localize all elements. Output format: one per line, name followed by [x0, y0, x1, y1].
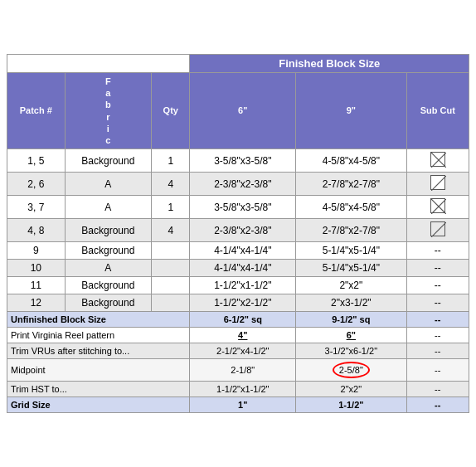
subcut-cell — [406, 196, 469, 219]
table-row: 10 A 4-1/4"x4-1/4" 5-1/4"x5-1/4" -- — [7, 260, 469, 277]
trim1-six: 2-1/2"x4-1/2" — [190, 343, 296, 359]
unfinished-nine: 9-1/2" sq — [296, 312, 406, 328]
midpoint-row: Midpoint 2-1/8" 2-5/8" -- — [7, 359, 469, 382]
trim2-label: Trim HST to... — [11, 384, 67, 394]
patch-cell: 4, 8 — [7, 219, 66, 242]
patch-cell: 1, 5 — [7, 149, 66, 173]
nine-inch-header: 9" — [296, 72, 406, 149]
table-row: 11 Background 1-1/2"x1-1/2" 2"x2" -- — [7, 277, 469, 294]
six-cell: 3-5/8"x3-5/8" — [190, 196, 296, 219]
subcut-cell — [406, 219, 469, 242]
fabric-cell: Background — [65, 277, 151, 294]
grid-nine: 1-1/2" — [296, 397, 406, 413]
print-nine: 6" — [296, 328, 406, 343]
qty-cell: 4 — [152, 219, 190, 242]
nine-cell: 5-1/4"x5-1/4" — [296, 260, 406, 277]
trim-hst-row: Trim HST to... 1-1/2"x1-1/2" 2"x2" -- — [7, 382, 469, 397]
svg-line-5 — [431, 222, 446, 237]
fabric-header: Fabric — [65, 72, 151, 149]
qty-cell: 4 — [152, 173, 190, 196]
nine-cell: 4-5/8"x4-5/8" — [296, 196, 406, 219]
trim2-nine: 2"x2" — [296, 382, 406, 397]
table-row: 4, 8 Background 4 2-3/8"x2-3/8" 2-7/8"x2… — [7, 219, 469, 242]
unfinished-label: Unfinished Block Size — [11, 314, 106, 324]
midpoint-nine: 2-5/8" — [296, 359, 406, 382]
finished-block-size-header: Finished Block Size — [190, 54, 469, 72]
six-cell: 4-1/4"x4-1/4" — [190, 260, 296, 277]
fabric-cell: A — [65, 260, 151, 277]
midpoint-subcut: -- — [406, 359, 469, 382]
print-six: 4" — [190, 328, 296, 343]
six-cell: 2-3/8"x2-3/8" — [190, 173, 296, 196]
table-row: 1, 5 Background 1 3-5/8"x3-5/8" 4-5/8"x4… — [7, 149, 469, 173]
sq-icon — [430, 175, 445, 190]
qty-cell — [152, 242, 190, 260]
print-vr-row: Print Virginia Reel pattern 4" 6" -- — [7, 328, 469, 343]
nine-cell: 2"x2" — [296, 277, 406, 294]
patch-cell: 11 — [7, 277, 66, 294]
nine-cell: 2-7/8"x2-7/8" — [296, 219, 406, 242]
qty-cell — [152, 277, 190, 294]
six-cell: 1-1/2"x2-1/2" — [190, 294, 296, 312]
unfinished-subcut: -- — [406, 312, 469, 328]
patch-cell: 9 — [7, 242, 66, 260]
quilt-table: Finished Block Size Patch # Fabric Qty 6… — [7, 54, 469, 414]
patch-header: Patch # — [7, 72, 66, 149]
six-cell: 3-5/8"x3-5/8" — [190, 149, 296, 173]
six-cell: 1-1/2"x1-1/2" — [190, 277, 296, 294]
six-inch-header: 6" — [190, 72, 296, 149]
grid-size-row: Grid Size 1" 1-1/2" -- — [7, 397, 469, 413]
grid-label: Grid Size — [11, 400, 51, 410]
fabric-cell: Background — [65, 294, 151, 312]
fabric-cell: A — [65, 173, 151, 196]
subcut-header: Sub Cut — [406, 72, 469, 149]
subcut-cell — [406, 149, 469, 173]
trim1-subcut: -- — [406, 343, 469, 359]
qty-cell — [152, 294, 190, 312]
table-row: 3, 7 A 1 3-5/8"x3-5/8" 4-5/8"x4-5/8" — [7, 196, 469, 219]
qty-cell: 1 — [152, 149, 190, 173]
qty-cell — [152, 260, 190, 277]
qty-cell: 1 — [152, 196, 190, 219]
subcut-cell: -- — [406, 242, 469, 260]
svg-line-2 — [431, 176, 446, 191]
fabric-cell: A — [65, 196, 151, 219]
subcut-cell: -- — [406, 294, 469, 312]
nine-cell: 2-7/8"x2-7/8" — [296, 173, 406, 196]
trim-vru-row: Trim VRUs after stitching to... 2-1/2"x4… — [7, 343, 469, 359]
grid-subcut: -- — [406, 397, 469, 413]
hst-x-icon — [430, 152, 445, 167]
hst-x-icon — [430, 198, 445, 213]
trim2-subcut: -- — [406, 382, 469, 397]
trim1-nine: 3-1/2"x6-1/2" — [296, 343, 406, 359]
print-subcut: -- — [406, 328, 469, 343]
subcut-cell: -- — [406, 260, 469, 277]
print-label: Print Virginia Reel pattern — [11, 330, 114, 340]
sq-icon — [430, 221, 445, 236]
trim1-label: Trim VRUs after stitching to... — [11, 346, 129, 356]
nine-cell: 4-5/8"x4-5/8" — [296, 149, 406, 173]
six-cell: 4-1/4"x4-1/4" — [190, 242, 296, 260]
table-row: 9 Background 4-1/4"x4-1/4" 5-1/4"x5-1/4"… — [7, 242, 469, 260]
table-row: 2, 6 A 4 2-3/8"x2-3/8" 2-7/8"x2-7/8" — [7, 173, 469, 196]
unfinished-block-size-row: Unfinished Block Size 6-1/2" sq 9-1/2" s… — [7, 312, 469, 328]
fabric-cell: Background — [65, 149, 151, 173]
unfinished-six: 6-1/2" sq — [190, 312, 296, 328]
grid-six: 1" — [190, 397, 296, 413]
midpoint-six: 2-1/8" — [190, 359, 296, 382]
qty-header: Qty — [152, 72, 190, 149]
fabric-cell: Background — [65, 242, 151, 260]
trim2-six: 1-1/2"x1-1/2" — [190, 382, 296, 397]
nine-cell: 5-1/4"x5-1/4" — [296, 242, 406, 260]
patch-cell: 3, 7 — [7, 196, 66, 219]
nine-cell: 2"x3-1/2" — [296, 294, 406, 312]
main-table-wrapper: Finished Block Size Patch # Fabric Qty 6… — [7, 54, 469, 414]
midpoint-label: Midpoint — [11, 365, 46, 375]
subcut-cell — [406, 173, 469, 196]
patch-cell: 12 — [7, 294, 66, 312]
fabric-cell: Background — [65, 219, 151, 242]
six-cell: 2-3/8"x2-3/8" — [190, 219, 296, 242]
table-row: 12 Background 1-1/2"x2-1/2" 2"x3-1/2" -- — [7, 294, 469, 312]
midpoint-circle: 2-5/8" — [333, 362, 370, 378]
patch-cell: 2, 6 — [7, 173, 66, 196]
